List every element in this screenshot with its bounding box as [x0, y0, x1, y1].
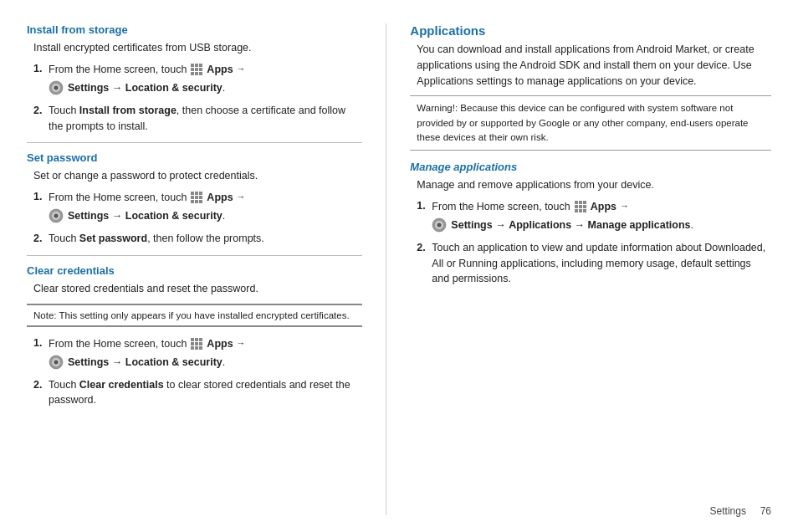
- install-from-storage-title: Install from storage: [27, 23, 362, 36]
- footer-label: Settings: [710, 505, 746, 517]
- step-1-install: 1. From the Home screen, touch Apps →: [33, 61, 362, 96]
- applications-body: You can download and install application…: [410, 42, 771, 89]
- step-line2: Settings → Location & security.: [49, 79, 362, 96]
- clear-credentials-section: Clear credentials Clear stored credentia…: [27, 264, 362, 408]
- step-line2: Settings → Location & security.: [49, 354, 362, 371]
- manage-applications-section: Manage applications Manage and remove ap…: [410, 161, 771, 287]
- step-line1: From the Home screen, touch Apps →: [49, 335, 362, 352]
- apps-label: Apps: [207, 335, 233, 352]
- step-1-setpw: 1. From the Home screen, touch Apps →: [33, 189, 362, 224]
- apps-grid-icon: [191, 64, 202, 75]
- set-password-body: Set or change a password to protect cred…: [27, 168, 362, 184]
- svg-point-2: [54, 85, 59, 90]
- step-1-clearcred: 1. From the Home screen, touch Apps →: [33, 335, 362, 371]
- settings-icon: [49, 80, 64, 95]
- touch-text: Touch: [49, 105, 79, 116]
- step-2-manageapp: 2. Touch an application to view and upda…: [417, 240, 771, 287]
- setpw-text2: , then follow the prompts.: [147, 233, 264, 244]
- settings-path-manageapp: Settings → Applications → Manage applica…: [451, 217, 693, 233]
- step-num: 1.: [33, 61, 49, 77]
- step-line1: From the Home screen, touch Apps →: [49, 61, 362, 78]
- step-content: Touch Set password, then follow the prom…: [49, 231, 362, 247]
- step-num: 2.: [33, 377, 49, 393]
- step-1-manageapp: 1. From the Home screen, touch Apps →: [417, 198, 771, 233]
- clear-credentials-bold: Clear credentials: [79, 379, 164, 391]
- step-content: From the Home screen, touch Apps →: [432, 198, 771, 233]
- divider-1: [27, 142, 362, 143]
- applications-section: Applications You can download and instal…: [410, 23, 771, 151]
- settings-icon: [49, 208, 64, 223]
- step-num: 2.: [417, 240, 432, 256]
- clear-credentials-steps: 1. From the Home screen, touch Apps →: [27, 335, 362, 409]
- manage-applications-steps: 1. From the Home screen, touch Apps →: [410, 198, 771, 287]
- install-from-storage-section: Install from storage Install encrypted c…: [27, 23, 362, 134]
- settings-path-setpw: Settings → Location & security.: [68, 207, 225, 224]
- apps-label: Apps: [207, 189, 233, 206]
- left-column: Install from storage Install encrypted c…: [27, 23, 386, 515]
- step-2-install: 2. Touch Install from storage, then choo…: [33, 103, 362, 135]
- warning-text: Warning!: Because this device can be con…: [417, 103, 748, 142]
- manage-applications-title: Manage applications: [410, 161, 771, 173]
- set-password-steps: 1. From the Home screen, touch Apps →: [27, 189, 362, 247]
- arrow-icon: →: [237, 336, 246, 351]
- set-password-bold: Set password: [79, 233, 147, 244]
- from-home-text: From the Home screen, touch: [432, 198, 570, 215]
- settings-path-install: Settings → Location & security.: [68, 79, 225, 96]
- arrow-icon: →: [620, 199, 629, 214]
- step-line2: Settings → Location & security.: [49, 207, 362, 224]
- install-from-storage-bold: Install from storage: [79, 105, 176, 116]
- step-num: 2.: [33, 103, 49, 119]
- install-from-storage-body: Install encrypted certificates from USB …: [27, 40, 362, 56]
- apps-grid-icon: [575, 201, 586, 212]
- page: Install from storage Install encrypted c…: [0, 0, 798, 532]
- step-content: From the Home screen, touch Apps →: [49, 335, 362, 371]
- install-from-storage-steps: 1. From the Home screen, touch Apps →: [27, 61, 362, 135]
- step-num: 1.: [33, 335, 49, 351]
- arrow-icon: →: [237, 62, 246, 77]
- set-password-section: Set password Set or change a password to…: [27, 151, 362, 247]
- manageapp-text2: Touch an application to view and update …: [432, 242, 765, 285]
- from-home-text: From the Home screen, touch: [49, 189, 187, 206]
- svg-point-8: [54, 360, 59, 364]
- step-num: 1.: [33, 189, 49, 205]
- step-line1: From the Home screen, touch Apps →: [432, 198, 771, 215]
- apps-grid-icon: [191, 192, 202, 203]
- apps-label: Apps: [591, 198, 616, 215]
- note-text: Note: This setting only appears if you h…: [33, 310, 350, 320]
- step-content: Touch Clear credentials to clear stored …: [49, 377, 362, 409]
- manage-applications-body: Manage and remove applications from your…: [410, 177, 771, 193]
- settings-path-clearcred: Settings → Location & security.: [68, 354, 225, 371]
- step-line1: From the Home screen, touch Apps →: [49, 189, 362, 206]
- svg-point-5: [54, 214, 59, 218]
- settings-icon: [49, 355, 64, 370]
- step-content: From the Home screen, touch Apps →: [49, 61, 362, 96]
- step-line2: Settings → Applications → Manage applica…: [432, 217, 771, 233]
- step-num: 1.: [417, 198, 432, 214]
- touch-text: Touch: [49, 233, 79, 244]
- step-2-clearcred: 2. Touch Clear credentials to clear stor…: [33, 377, 362, 409]
- note-box: Note: This setting only appears if you h…: [27, 304, 362, 327]
- step-num: 2.: [33, 231, 49, 247]
- step-content: Touch Install from storage, then choose …: [49, 103, 362, 135]
- from-home-text: From the Home screen, touch: [49, 61, 187, 78]
- clear-credentials-body: Clear stored credentials and reset the p…: [27, 281, 362, 297]
- set-password-title: Set password: [27, 151, 362, 164]
- divider-2: [27, 255, 362, 256]
- touch-text: Touch: [49, 379, 79, 391]
- apps-grid-icon: [191, 338, 202, 350]
- right-column: Applications You can download and instal…: [386, 23, 771, 515]
- settings-icon: [432, 217, 447, 233]
- page-number: 76: [760, 505, 771, 517]
- step-content: From the Home screen, touch Apps →: [49, 189, 362, 224]
- step-content: Touch an application to view and update …: [432, 240, 771, 287]
- svg-point-11: [437, 223, 442, 227]
- clear-credentials-title: Clear credentials: [27, 264, 362, 277]
- arrow-icon: →: [237, 190, 246, 205]
- from-home-text: From the Home screen, touch: [49, 335, 187, 352]
- apps-label: Apps: [207, 61, 233, 78]
- page-footer: Settings 76: [710, 505, 771, 517]
- step-2-setpw: 2. Touch Set password, then follow the p…: [33, 231, 362, 247]
- applications-title: Applications: [410, 23, 771, 38]
- warning-box: Warning!: Because this device can be con…: [410, 95, 771, 151]
